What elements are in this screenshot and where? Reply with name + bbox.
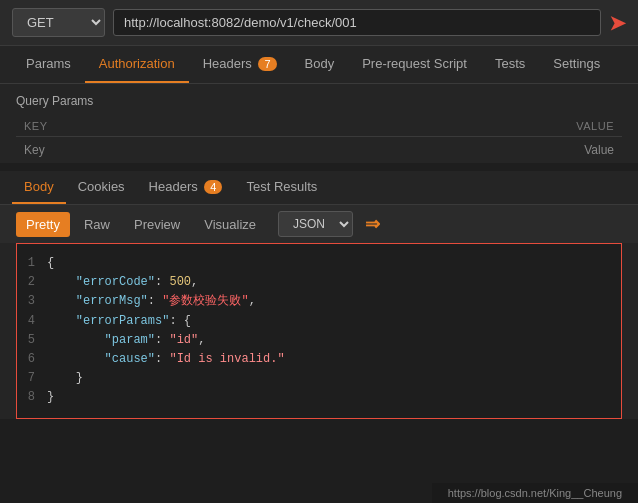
tab-settings[interactable]: Settings xyxy=(539,46,614,83)
value-cell: Value xyxy=(273,137,622,164)
params-table: KEY VALUE Key Value xyxy=(16,116,622,163)
tab-tests[interactable]: Tests xyxy=(481,46,539,83)
response-tab-headers[interactable]: Headers 4 xyxy=(137,171,235,204)
send-arrow-icon: ➤ xyxy=(609,11,626,35)
format-visualize[interactable]: Visualize xyxy=(194,212,266,237)
query-params-label: Query Params xyxy=(16,94,622,108)
tab-authorization[interactable]: Authorization xyxy=(85,46,189,83)
format-select[interactable]: JSON XML Text xyxy=(278,211,353,237)
table-row: Key Value xyxy=(16,137,622,164)
request-tabs: Params Authorization Headers 7 Body Pre-… xyxy=(0,46,638,84)
body-section: Body Cookies Headers 4 Test Results Pret… xyxy=(0,171,638,419)
footer-url: https://blog.csdn.net/King__Cheung xyxy=(448,487,622,499)
response-tab-body[interactable]: Body xyxy=(12,171,66,204)
tab-headers[interactable]: Headers 7 xyxy=(189,46,291,83)
tab-pre-request-script[interactable]: Pre-request Script xyxy=(348,46,481,83)
code-block: 1 2 3 4 5 6 7 8 { "errorCode": 500, "err… xyxy=(16,243,622,419)
headers-badge: 7 xyxy=(258,57,276,71)
format-pretty[interactable]: Pretty xyxy=(16,212,70,237)
response-tab-test-results[interactable]: Test Results xyxy=(234,171,329,204)
code-content: { "errorCode": 500, "errorMsg": "参数校验失败"… xyxy=(47,254,611,408)
key-column-header: KEY xyxy=(16,116,273,137)
format-raw[interactable]: Raw xyxy=(74,212,120,237)
tab-params[interactable]: Params xyxy=(12,46,85,83)
line-numbers: 1 2 3 4 5 6 7 8 xyxy=(27,254,47,408)
wrap-icon[interactable]: ⇒ xyxy=(365,213,380,235)
value-column-header: VALUE xyxy=(273,116,622,137)
url-bar: GET POST PUT DELETE ➤ xyxy=(0,0,638,46)
key-cell: Key xyxy=(16,137,273,164)
method-select[interactable]: GET POST PUT DELETE xyxy=(12,8,105,37)
footer: https://blog.csdn.net/King__Cheung xyxy=(432,483,638,503)
format-preview[interactable]: Preview xyxy=(124,212,190,237)
tab-body[interactable]: Body xyxy=(291,46,349,83)
url-input[interactable] xyxy=(113,9,601,36)
response-tab-cookies[interactable]: Cookies xyxy=(66,171,137,204)
response-tabs-row: Body Cookies Headers 4 Test Results xyxy=(0,171,638,205)
query-params-section: Query Params KEY VALUE Key Value xyxy=(0,84,638,163)
response-toolbar: Pretty Raw Preview Visualize JSON XML Te… xyxy=(0,205,638,243)
response-headers-badge: 4 xyxy=(204,180,222,194)
